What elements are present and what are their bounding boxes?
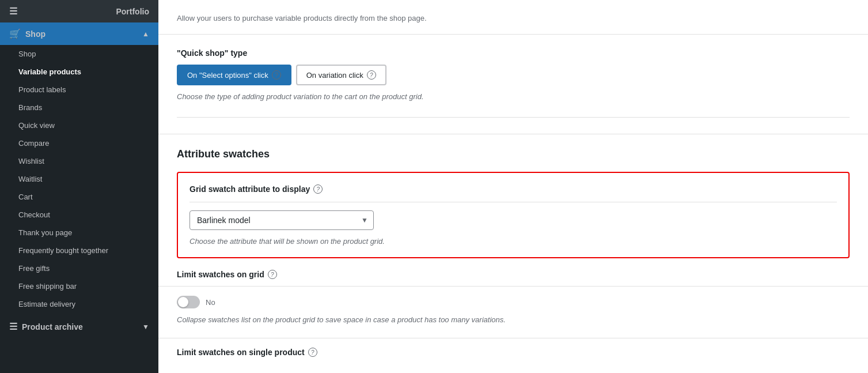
limit-swatches-grid-field: Limit swatches on grid ? No Collapse swa… bbox=[177, 270, 850, 324]
toggle-knob bbox=[178, 297, 188, 307]
sidebar-item-product-archive[interactable]: ☰ Product archive ▼ bbox=[0, 315, 158, 338]
quick-shop-section: "Quick shop" type On "Select options" cl… bbox=[177, 48, 850, 118]
sidebar-item-free-gifts[interactable]: Free gifts bbox=[0, 259, 158, 277]
grid-swatch-dropdown[interactable]: Barlinek model Color Size bbox=[189, 210, 374, 230]
limit-swatches-grid-toggle-label: No bbox=[206, 298, 215, 307]
variation-click-button[interactable]: On variation click ? bbox=[296, 65, 386, 85]
grid-swatch-select-wrapper: Barlinek model Color Size ▼ bbox=[189, 210, 374, 230]
limit-swatches-single-field: Limit swatches on single product ? bbox=[177, 338, 850, 357]
sidebar-item-thank-you[interactable]: Thank you page bbox=[0, 224, 158, 242]
page-description: Allow your users to purchase variable pr… bbox=[177, 14, 850, 22]
sidebar-item-compare[interactable]: Compare bbox=[0, 134, 158, 152]
shop-icon: 🛒 bbox=[9, 28, 21, 39]
product-archive-chevron-icon: ▼ bbox=[142, 323, 149, 331]
grid-swatch-hint: Choose the attribute that will be shown … bbox=[189, 237, 837, 246]
select-options-button[interactable]: On "Select options" click ? bbox=[177, 65, 291, 85]
grid-swatch-label: Grid swatch attribute to display ? bbox=[189, 184, 837, 202]
sidebar-item-product-labels[interactable]: Product labels bbox=[0, 81, 158, 99]
grid-swatch-help-icon[interactable]: ? bbox=[313, 184, 323, 194]
limit-swatches-grid-help-icon[interactable]: ? bbox=[268, 270, 277, 279]
limit-swatches-grid-toggle[interactable] bbox=[177, 296, 200, 308]
sidebar: ☰ Portfolio 🛒 Shop ▲ Shop Variable produ… bbox=[0, 0, 158, 373]
sidebar-item-frequently-bought[interactable]: Frequently bought together bbox=[0, 242, 158, 259]
quick-shop-hint: Choose the type of adding product variat… bbox=[177, 92, 850, 101]
limit-swatches-grid-toggle-row: No bbox=[177, 296, 850, 308]
portfolio-icon: ☰ bbox=[9, 6, 17, 17]
sidebar-item-cart[interactable]: Cart bbox=[0, 188, 158, 206]
attribute-swatches-title: Attribute swatches bbox=[177, 148, 850, 160]
limit-swatches-single-label: Limit swatches on single product ? bbox=[177, 348, 850, 357]
limit-swatches-grid-label: Limit swatches on grid ? bbox=[177, 270, 850, 279]
sidebar-item-variable-products[interactable]: Variable products bbox=[0, 63, 158, 81]
variation-click-help-icon[interactable]: ? bbox=[367, 70, 376, 80]
quick-shop-button-group: On "Select options" click ? On variation… bbox=[177, 65, 850, 85]
product-archive-icon: ☰ bbox=[9, 321, 17, 332]
sidebar-item-shop[interactable]: 🛒 Shop ▲ bbox=[0, 22, 158, 45]
sidebar-item-waitlist[interactable]: Waitlist bbox=[0, 170, 158, 188]
limit-swatches-single-help-icon[interactable]: ? bbox=[308, 348, 317, 357]
grid-swatch-box: Grid swatch attribute to display ? Barli… bbox=[177, 172, 850, 258]
main-content: Allow your users to purchase variable pr… bbox=[158, 0, 868, 373]
sidebar-item-estimate-delivery[interactable]: Estimate delivery bbox=[0, 295, 158, 313]
quick-shop-label: "Quick shop" type bbox=[177, 48, 850, 58]
sidebar-item-checkout[interactable]: Checkout bbox=[0, 206, 158, 224]
sidebar-item-wishlist[interactable]: Wishlist bbox=[0, 152, 158, 170]
sidebar-item-shop-sub[interactable]: Shop bbox=[0, 45, 158, 63]
limit-swatches-grid-hint: Collapse swatches list on the product gr… bbox=[177, 315, 850, 324]
sidebar-item-free-shipping-bar[interactable]: Free shipping bar bbox=[0, 277, 158, 295]
select-options-help-icon[interactable]: ? bbox=[272, 70, 281, 80]
sidebar-item-quick-view[interactable]: Quick view bbox=[0, 116, 158, 134]
sidebar-item-portfolio[interactable]: ☰ Portfolio bbox=[0, 0, 158, 22]
sidebar-item-brands[interactable]: Brands bbox=[0, 99, 158, 116]
attribute-swatches-section: Attribute swatches Grid swatch attribute… bbox=[177, 148, 850, 373]
shop-chevron-icon: ▲ bbox=[142, 30, 149, 38]
